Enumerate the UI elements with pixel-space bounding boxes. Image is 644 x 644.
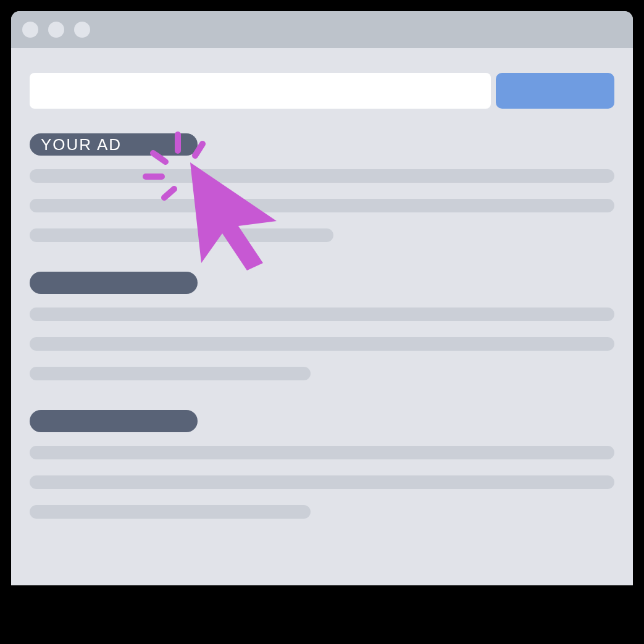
result-snippet-line <box>30 446 614 459</box>
browser-window: YOUR AD <box>11 11 633 585</box>
ad-result-block: YOUR AD <box>30 133 614 242</box>
result-snippet-line <box>30 337 614 351</box>
result-title[interactable] <box>30 410 198 432</box>
search-row <box>30 73 614 109</box>
window-minimize-dot[interactable] <box>48 22 64 38</box>
ad-snippet-line <box>30 228 333 242</box>
ad-title[interactable]: YOUR AD <box>30 133 198 156</box>
search-input[interactable] <box>30 73 491 109</box>
result-block <box>30 272 614 380</box>
result-snippet-line <box>30 505 311 519</box>
title-bar <box>11 11 633 48</box>
result-snippet-line <box>30 367 311 380</box>
window-close-dot[interactable] <box>22 22 38 38</box>
search-button[interactable] <box>496 73 614 109</box>
result-snippet-line <box>30 307 614 321</box>
page-content: YOUR AD <box>11 48 633 519</box>
window-maximize-dot[interactable] <box>74 22 90 38</box>
ad-snippet-line <box>30 169 614 183</box>
ad-snippet-line <box>30 199 614 212</box>
result-block <box>30 410 614 519</box>
ad-label: YOUR AD <box>41 135 122 154</box>
result-title[interactable] <box>30 272 198 294</box>
result-snippet-line <box>30 475 614 489</box>
